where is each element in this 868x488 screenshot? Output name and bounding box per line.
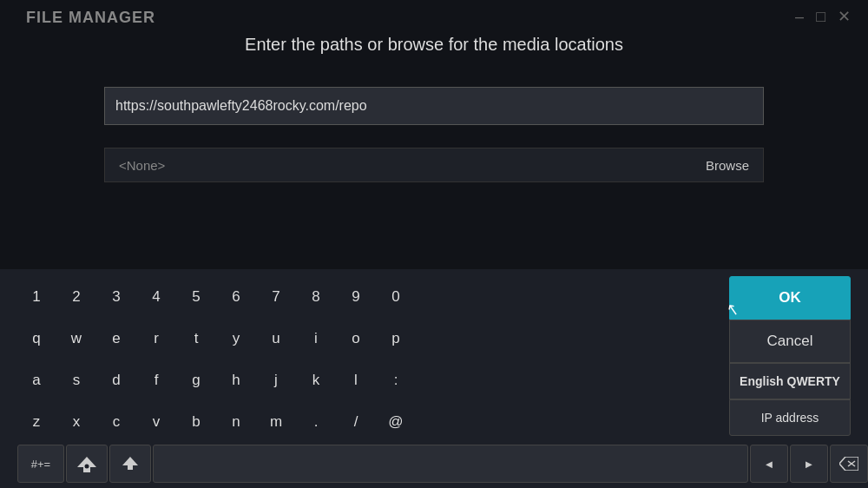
dialog-header: Enter the paths or browse for the media …: [0, 35, 868, 55]
key-colon[interactable]: :: [377, 361, 415, 399]
key-o[interactable]: o: [337, 320, 375, 358]
source-row: <None> Browse: [104, 148, 764, 182]
key-at[interactable]: @: [377, 403, 415, 441]
key-n[interactable]: n: [217, 403, 255, 441]
key-y[interactable]: y: [217, 320, 255, 358]
key-shift[interactable]: [66, 445, 108, 483]
key-d[interactable]: d: [97, 361, 135, 399]
backspace-icon: [839, 457, 858, 471]
key-backspace[interactable]: [830, 445, 868, 483]
svg-marker-3: [839, 457, 858, 471]
key-5[interactable]: 5: [177, 278, 215, 316]
key-r[interactable]: r: [137, 320, 175, 358]
key-e[interactable]: e: [97, 320, 135, 358]
key-v[interactable]: v: [137, 403, 175, 441]
svg-point-1: [85, 465, 89, 469]
source-none-label: <None>: [119, 158, 165, 173]
window-controls: – □ ✕: [795, 7, 851, 26]
key-7[interactable]: 7: [257, 278, 295, 316]
key-b[interactable]: b: [177, 403, 215, 441]
key-c[interactable]: c: [97, 403, 135, 441]
key-f[interactable]: f: [137, 361, 175, 399]
key-i[interactable]: i: [297, 320, 335, 358]
right-buttons-panel: OK Cancel English QWERTY IP address: [729, 276, 851, 436]
title-bar-label: File manager: [26, 9, 155, 26]
close-button[interactable]: ✕: [838, 7, 851, 26]
key-8[interactable]: 8: [297, 278, 335, 316]
key-t[interactable]: t: [177, 320, 215, 358]
key-w[interactable]: w: [57, 320, 95, 358]
ok-button[interactable]: OK: [729, 276, 851, 320]
key-z[interactable]: z: [17, 403, 56, 441]
key-a[interactable]: a: [17, 361, 56, 399]
key-capslock[interactable]: [109, 445, 151, 483]
key-h[interactable]: h: [217, 361, 255, 399]
key-6[interactable]: 6: [217, 278, 255, 316]
key-q[interactable]: q: [17, 320, 56, 358]
key-u[interactable]: u: [257, 320, 295, 358]
key-p[interactable]: p: [377, 320, 415, 358]
key-l[interactable]: l: [337, 361, 375, 399]
cancel-button[interactable]: Cancel: [729, 320, 851, 363]
key-space[interactable]: [153, 445, 748, 483]
key-j[interactable]: j: [257, 361, 295, 399]
url-input-container[interactable]: [104, 87, 764, 125]
key-slash[interactable]: /: [337, 403, 375, 441]
key-g[interactable]: g: [177, 361, 215, 399]
capslock-icon: [121, 455, 140, 472]
key-x[interactable]: x: [57, 403, 95, 441]
key-s[interactable]: s: [57, 361, 95, 399]
minimize-button[interactable]: –: [795, 8, 804, 26]
browse-button[interactable]: Browse: [706, 158, 749, 173]
key-symbols[interactable]: #+=: [17, 445, 64, 483]
key-k[interactable]: k: [297, 361, 335, 399]
key-right[interactable]: ►: [790, 445, 828, 483]
ip-address-button[interactable]: IP address: [729, 399, 851, 436]
key-9[interactable]: 9: [337, 278, 375, 316]
maximize-button[interactable]: □: [816, 8, 825, 26]
key-1[interactable]: 1: [17, 278, 56, 316]
key-2[interactable]: 2: [57, 278, 95, 316]
keyboard-layout-button[interactable]: English QWERTY: [729, 363, 851, 399]
key-m[interactable]: m: [257, 403, 295, 441]
top-area: File manager – □ ✕ Enter the paths or br…: [0, 0, 868, 269]
key-0[interactable]: 0: [377, 278, 415, 316]
special-row: #+= ◄ ►: [17, 445, 868, 483]
key-left[interactable]: ◄: [750, 445, 788, 483]
key-period[interactable]: .: [297, 403, 335, 441]
key-4[interactable]: 4: [137, 278, 175, 316]
url-input[interactable]: [115, 98, 753, 114]
key-3[interactable]: 3: [97, 278, 135, 316]
shift-icon: [77, 455, 96, 472]
svg-marker-2: [122, 457, 138, 470]
title-bar: File manager: [26, 9, 155, 27]
